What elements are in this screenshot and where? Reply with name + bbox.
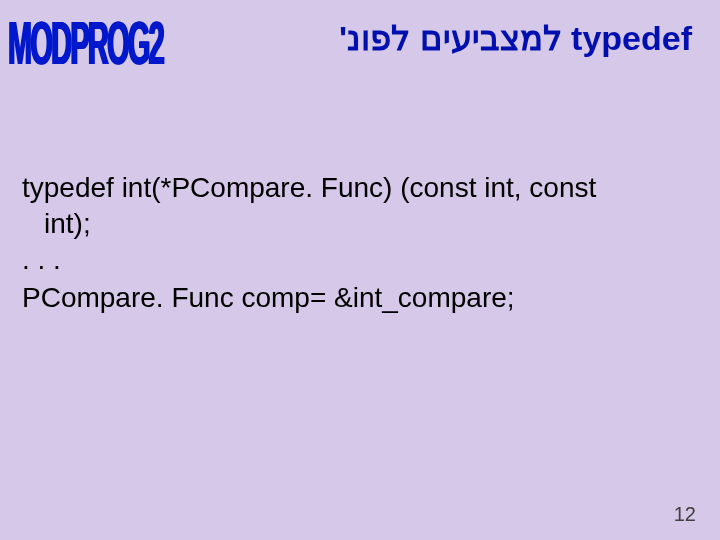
page-number: 12 [674,503,696,526]
code-line-2: int); [44,208,690,240]
slide-title: typedef למצביעים לפונ' [339,18,692,58]
code-line-1: typedef int(*PCompare. Func) (const int,… [22,172,690,204]
code-block: typedef int(*PCompare. Func) (const int,… [20,172,690,314]
code-line-3: . . . [22,244,690,276]
code-line-4: PCompare. Func comp= &int_compare; [22,282,690,314]
course-logo: MODPROG2 [8,8,163,78]
